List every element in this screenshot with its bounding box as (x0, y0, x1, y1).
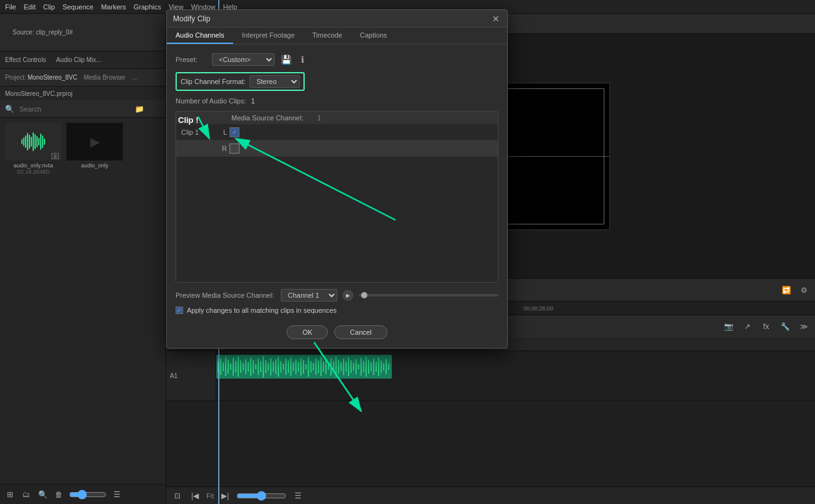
svg-rect-31 (293, 362, 294, 371)
tab-source[interactable]: Source: clip_reply_0# (6, 14, 79, 51)
list-item[interactable]: ▶ audio_only (66, 123, 123, 175)
delete-icon[interactable]: 🗑 (53, 488, 65, 501)
matrix-body: Clip 1 L R (176, 124, 498, 282)
audio-track-1: A1 (166, 351, 815, 401)
svg-rect-61 (368, 360, 369, 374)
preset-select[interactable]: <Custom> (212, 53, 275, 66)
more-btn[interactable]: ≫ (797, 320, 810, 333)
loop-icon[interactable]: 🔁 (780, 284, 792, 297)
matrix-col-1-label: 1 (303, 114, 335, 122)
preset-label: Preset: (176, 56, 207, 63)
list-view-icon[interactable]: ☰ (110, 488, 123, 501)
svg-rect-56 (355, 359, 357, 374)
svg-rect-50 (340, 362, 342, 371)
menu-clip[interactable]: Clip (43, 3, 55, 11)
svg-rect-48 (335, 357, 337, 377)
preset-row: Preset: <Custom> 💾 ℹ (176, 53, 498, 66)
modal-button-row: OK Cancel (176, 323, 498, 339)
num-clips-row: Number of Audio Clips: 1 (176, 97, 498, 105)
svg-rect-15 (253, 360, 254, 374)
timeline-fit-label: Fit (206, 492, 214, 500)
ok-button[interactable]: OK (287, 325, 328, 339)
preview-channel-select[interactable]: Channel 1 (281, 289, 337, 302)
svg-rect-27 (283, 364, 284, 370)
audio-clip[interactable] (216, 355, 392, 379)
tab-captions[interactable]: Captions (351, 28, 396, 44)
svg-rect-32 (295, 359, 297, 374)
svg-rect-21 (268, 363, 269, 370)
svg-rect-41 (318, 360, 319, 373)
modify-clip-dialog[interactable]: Modify Clip ✕ Audio Channels Interpret F… (166, 9, 508, 349)
preview-play-button[interactable]: ▶ (342, 290, 354, 301)
left-panel-bottom-toolbar: ⊞ 🗂 🔍 🗑 ☰ (0, 484, 166, 504)
zoom-slider[interactable] (69, 490, 107, 500)
matrix-empty-space (176, 157, 498, 282)
svg-rect-12 (245, 359, 246, 374)
channel-format-label: Clip Channel Format: (181, 78, 246, 85)
timeline-zoom-slider[interactable] (236, 491, 287, 501)
audio-waveform (20, 123, 46, 160)
cancel-button[interactable]: Cancel (334, 325, 387, 339)
svg-rect-55 (353, 363, 354, 370)
new-bin-icon[interactable]: 📁 (135, 105, 144, 113)
tab-timecode[interactable]: Timecode (303, 28, 351, 44)
apply-changes-checkbox[interactable] (176, 307, 183, 314)
clip-row-label: Clip 1 (176, 129, 214, 136)
r-channel-checkbox[interactable] (229, 144, 239, 154)
modal-body: Preset: <Custom> 💾 ℹ Clip Channel Format… (167, 45, 507, 348)
tab-effect-controls[interactable]: Effect Controls (0, 56, 51, 63)
matrix-row-r: R (176, 140, 498, 157)
svg-rect-23 (273, 362, 274, 372)
new-bin-btn-icon[interactable]: 🗂 (20, 488, 33, 501)
tab-interpret-footage[interactable]: Interpret Footage (233, 28, 303, 44)
fit-to-window-icon[interactable]: ⊡ (171, 490, 184, 502)
menu-edit[interactable]: Edit (24, 3, 36, 11)
cam-icon[interactable]: 📷 (722, 320, 735, 333)
search-bar: 🔍 📁 (0, 100, 166, 118)
preview-progress-slider[interactable] (359, 294, 498, 297)
timeline-settings-icon[interactable]: ☰ (292, 490, 304, 502)
next-edit-icon[interactable]: ▶| (219, 490, 231, 502)
track-1-label: A1 (166, 351, 216, 401)
audio-thumb: S (5, 123, 61, 160)
svg-rect-4 (225, 357, 226, 376)
svg-rect-28 (285, 359, 287, 375)
svg-rect-2 (220, 359, 221, 375)
previous-edit-icon[interactable]: |◀ (189, 490, 201, 502)
fx-icon[interactable]: fx (760, 320, 772, 333)
info-preset-icon[interactable]: ℹ (296, 53, 308, 66)
video-thumb: ▶ (66, 123, 123, 160)
channel-matrix: Media Source Channel: 1 Clip 1 L R (176, 111, 498, 283)
new-item-icon[interactable]: ⊞ (4, 488, 16, 501)
svg-rect-67 (383, 363, 384, 370)
l-channel-label: L (214, 129, 229, 136)
project-name: MonoStereo_8VC (28, 74, 78, 81)
find-icon[interactable]: 🔍 (36, 488, 49, 501)
channel-format-select[interactable]: Stereo (250, 75, 300, 88)
audio-file-name: audio_only.m4a (14, 162, 53, 169)
svg-rect-40 (315, 359, 317, 375)
menu-file[interactable]: File (5, 3, 16, 11)
matrix-row-l: Clip 1 L (176, 124, 498, 140)
menu-graphics[interactable]: Graphics (134, 3, 161, 11)
wrench-icon[interactable]: 🔧 (779, 320, 791, 333)
menu-markers[interactable]: Markers (101, 3, 126, 11)
svg-rect-45 (328, 364, 329, 370)
project-file-label: MonoStereo_8VC.prproj (5, 90, 73, 97)
save-preset-icon[interactable]: 💾 (280, 53, 292, 66)
l-channel-checkbox[interactable] (229, 127, 239, 137)
modal-close-button[interactable]: ✕ (491, 14, 501, 24)
export-icon[interactable]: ↗ (741, 320, 754, 333)
search-input[interactable] (17, 104, 130, 114)
svg-rect-46 (330, 358, 332, 375)
tab-audio-channels[interactable]: Audio Channels (167, 28, 233, 44)
tab-audio-clip-mixer[interactable]: Audio Clip Mix... (51, 56, 106, 63)
settings-icon[interactable]: ⚙ (797, 284, 810, 297)
list-item[interactable]: S audio_only.m4a S2.16.2048D (5, 123, 61, 175)
svg-rect-3 (223, 362, 224, 371)
svg-rect-11 (243, 363, 244, 370)
menu-sequence[interactable]: Sequence (63, 3, 94, 11)
project-header: Project: MonoStereo_8VC Media Browser ..… (0, 69, 166, 87)
svg-rect-7 (233, 358, 234, 375)
svg-rect-69 (388, 364, 389, 370)
